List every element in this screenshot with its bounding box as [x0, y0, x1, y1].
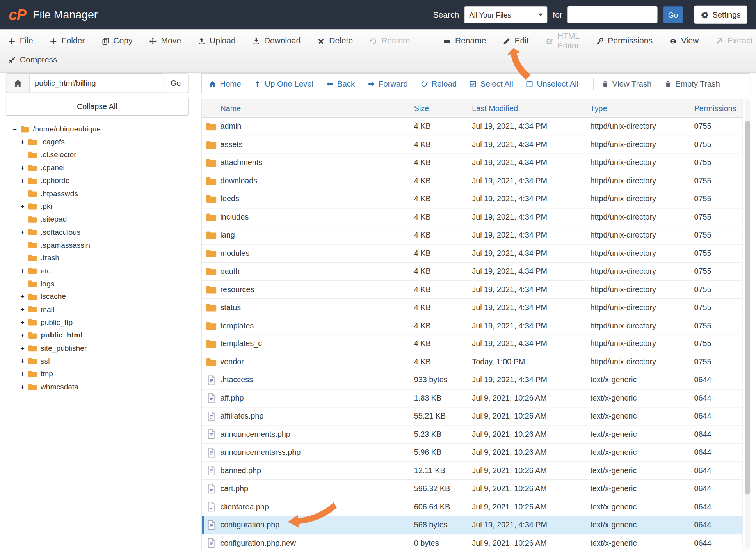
nav-back-button[interactable]: Back: [326, 79, 355, 89]
nav-reload-button[interactable]: Reload: [420, 79, 457, 89]
toolbar-edit-button[interactable]: Edit: [503, 36, 529, 46]
plus-expander[interactable]: +: [20, 370, 28, 378]
file-row-announcementsrss-php[interactable]: announcementsrss.php5.96 KBJul 9, 2021, …: [202, 444, 742, 461]
tree-item-softaculous[interactable]: +.softaculous: [12, 226, 189, 239]
search-scope-select[interactable]: All Your Files: [464, 6, 548, 23]
plus-expander[interactable]: +: [20, 344, 28, 352]
tree-item-spamassassin[interactable]: .spamassassin: [12, 239, 189, 252]
file-row-oauth[interactable]: oauth4 KBJul 19, 2021, 4:34 PMhttpd/unix…: [202, 263, 742, 280]
plus-expander[interactable]: +: [20, 267, 28, 275]
toolbar-move-button[interactable]: Move: [149, 36, 181, 46]
plus-expander[interactable]: +: [20, 305, 28, 314]
scrollbar[interactable]: [745, 99, 751, 549]
file-row-announcements-php[interactable]: announcements.php5.23 KBJul 9, 2021, 10:…: [202, 426, 742, 444]
plus-expander[interactable]: +: [20, 138, 28, 146]
file-manager-app: cP File Manager Search All Your Files fo…: [0, 0, 756, 550]
toolbar-upload-button[interactable]: Upload: [197, 36, 236, 46]
file-row-resources[interactable]: resources4 KBJul 19, 2021, 4:34 PMhttpd/…: [202, 281, 742, 299]
tree-item-public-ftp[interactable]: +public_ftp: [12, 316, 189, 329]
plus-expander[interactable]: +: [20, 357, 28, 365]
nav-home-button[interactable]: Home: [209, 79, 241, 89]
column-header-permissions[interactable]: Permissions: [694, 104, 743, 113]
file-perms: 0755: [694, 177, 743, 185]
tree-item-pki[interactable]: +.pki: [12, 200, 189, 213]
tree-item-public-html[interactable]: +public_html: [12, 329, 189, 342]
permissions-icon: [596, 37, 604, 45]
tree-item-sitepad[interactable]: .sitepad: [12, 213, 189, 226]
tree-item-mail[interactable]: +mail: [12, 303, 189, 316]
file-row-assets[interactable]: assets4 KBJul 19, 2021, 4:34 PMhttpd/uni…: [202, 136, 742, 154]
search-input[interactable]: [568, 6, 658, 23]
tree-item-logs[interactable]: logs: [12, 277, 189, 290]
file-row-status[interactable]: status4 KBJul 19, 2021, 4:34 PMhttpd/uni…: [202, 299, 742, 317]
search-go-button[interactable]: Go: [663, 6, 683, 23]
file-row-banned-php[interactable]: banned.php12.11 KBJul 9, 2021, 10:26 AMt…: [202, 462, 742, 480]
tree-item-cagefs[interactable]: +.cagefs: [12, 135, 189, 148]
toolbar-view-button[interactable]: View: [669, 36, 699, 46]
file-row-aff-php[interactable]: aff.php1.83 KBJul 9, 2021, 10:26 AMtext/…: [202, 389, 742, 407]
plus-expander[interactable]: +: [20, 228, 28, 236]
toolbar-folder-button[interactable]: Folder: [50, 36, 85, 46]
column-header-last-modified[interactable]: Last Modified: [472, 104, 590, 113]
plus-expander[interactable]: +: [20, 331, 28, 339]
file-row-configuration-php[interactable]: configuration.php568 bytesJul 19, 2021, …: [202, 516, 742, 534]
toolbar-copy-button[interactable]: Copy: [101, 36, 132, 46]
tree-item-tmp[interactable]: +tmp: [12, 367, 189, 380]
tree-item-etc[interactable]: +etc: [12, 264, 189, 277]
file-row-vendor[interactable]: vendor4 KBToday, 1:00 PMhttpd/unix-direc…: [202, 353, 742, 371]
file-row-clientarea-php[interactable]: clientarea.php606.64 KBJul 9, 2021, 10:2…: [202, 498, 742, 516]
tree-item-ssl[interactable]: +ssl: [12, 355, 189, 367]
toolbar-rename-button[interactable]: Rename: [443, 36, 486, 46]
path-go-button[interactable]: Go: [163, 73, 188, 93]
file-row-lang[interactable]: lang4 KBJul 19, 2021, 4:34 PMhttpd/unix-…: [202, 226, 742, 244]
toolbar-delete-button[interactable]: Delete: [317, 36, 353, 46]
file-row-admin[interactable]: admin4 KBJul 19, 2021, 4:34 PMhttpd/unix…: [202, 118, 742, 136]
plus-expander[interactable]: +: [20, 383, 28, 391]
toolbar-download-button[interactable]: Download: [252, 36, 301, 46]
nav-select-all-button[interactable]: Select All: [469, 79, 513, 89]
path-input[interactable]: [30, 73, 164, 93]
home-directory-button[interactable]: [6, 73, 30, 93]
file-row-templates-c[interactable]: templates_c4 KBJul 19, 2021, 4:34 PMhttp…: [202, 335, 742, 353]
nav-forward-button[interactable]: Forward: [367, 79, 407, 89]
nav-unselect-all-button[interactable]: Unselect All: [526, 79, 578, 89]
file-row-downloads[interactable]: downloads4 KBJul 19, 2021, 4:34 PMhttpd/…: [202, 172, 742, 190]
collapse-all-button[interactable]: Collapse All: [6, 98, 189, 116]
tree-item-cphorde[interactable]: +.cphorde: [12, 174, 189, 187]
nav-view-trash-button[interactable]: View Trash: [601, 79, 651, 89]
plus-expander[interactable]: +: [20, 176, 28, 185]
tree-item-site-publisher[interactable]: +site_publisher: [12, 342, 189, 355]
settings-button[interactable]: Settings: [694, 6, 747, 24]
tree-item-home-ubiqueubique[interactable]: −/home/ubiqueubique: [12, 122, 189, 135]
tree-item-whmcsdata[interactable]: +whmcsdata: [12, 380, 189, 393]
tree-item-lscache[interactable]: +lscache: [12, 290, 189, 303]
plus-expander[interactable]: +: [20, 163, 28, 172]
toolbar-permissions-button[interactable]: Permissions: [596, 36, 653, 46]
column-header-name[interactable]: Name: [220, 104, 414, 113]
nav-up-one-level-button[interactable]: Up One Level: [254, 79, 313, 89]
nav-empty-trash-button[interactable]: Empty Trash: [664, 79, 720, 89]
file-row-templates[interactable]: templates4 KBJul 19, 2021, 4:34 PMhttpd/…: [202, 317, 742, 335]
file-row-cart-php[interactable]: cart.php596.32 KBJul 9, 2021, 10:26 AMte…: [202, 480, 742, 498]
plus-expander[interactable]: +: [20, 293, 28, 301]
file-row-modules[interactable]: modules4 KBJul 19, 2021, 4:34 PMhttpd/un…: [202, 245, 742, 263]
toolbar-compress-button[interactable]: Compress: [8, 55, 57, 65]
file-row-attachments[interactable]: attachments4 KBJul 19, 2021, 4:34 PMhttp…: [202, 154, 742, 172]
plus-expander[interactable]: +: [20, 202, 28, 211]
plus-expander[interactable]: +: [20, 318, 28, 326]
file-row-feeds[interactable]: feeds4 KBJul 19, 2021, 4:34 PMhttpd/unix…: [202, 190, 742, 208]
tree-item-htpasswds[interactable]: .htpasswds: [12, 187, 189, 200]
toolbar-file-button[interactable]: File: [8, 36, 33, 46]
column-header-size[interactable]: Size: [414, 104, 472, 113]
file-row-htaccess[interactable]: .htaccess933 bytesJul 19, 2021, 4:34 PMt…: [202, 371, 742, 389]
tree-item-trash[interactable]: .trash: [12, 252, 189, 264]
tree-item-cpanel[interactable]: +.cpanel: [12, 161, 189, 174]
scrollbar-thumb[interactable]: [745, 121, 751, 494]
file-row-configuration-php-new[interactable]: configuration.php.new0 bytesJul 9, 2021,…: [202, 534, 742, 550]
file-row-includes[interactable]: includes4 KBJul 19, 2021, 4:34 PMhttpd/u…: [202, 208, 742, 226]
file-row-affiliates-php[interactable]: affiliates.php55.21 KBJul 9, 2021, 10:26…: [202, 408, 742, 426]
tree-item-cl-selector[interactable]: .cl.selector: [12, 148, 189, 161]
column-header-type[interactable]: Type: [590, 104, 694, 113]
minus-expander[interactable]: −: [12, 125, 20, 133]
folder-icon: [28, 267, 37, 275]
